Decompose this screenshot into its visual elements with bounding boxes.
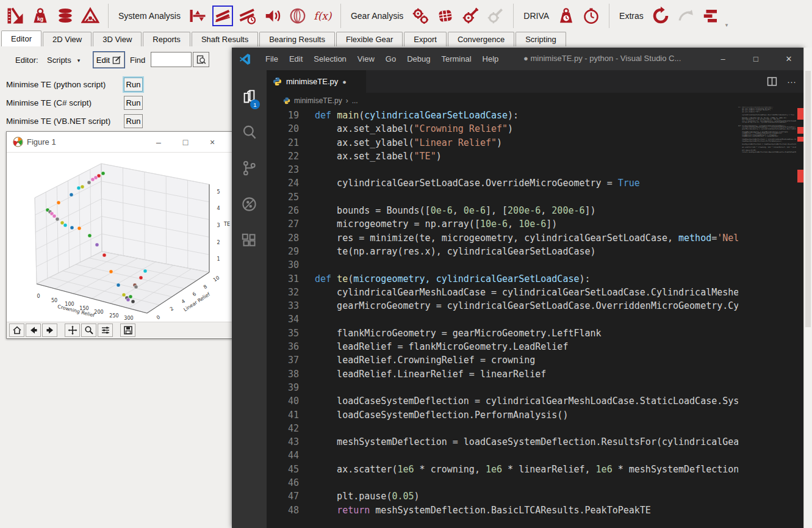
menu-edit[interactable]: Edit [284, 54, 308, 63]
undo-disabled-icon[interactable] [675, 5, 696, 26]
run-button[interactable]: Run [124, 78, 143, 92]
code-line[interactable]: 47 plt.pause(0.05) [267, 490, 738, 503]
masta-scrollbar[interactable] [803, 48, 812, 528]
bars-icon[interactable] [700, 5, 721, 26]
subplots-icon[interactable] [98, 324, 113, 337]
code-line[interactable]: 38 leadRelief.LinearRelief = linearRelie… [267, 367, 738, 381]
find-input[interactable] [151, 52, 192, 67]
refresh-icon[interactable] [650, 5, 671, 26]
minimap[interactable]: def main(cylindricalGearSetLoadCase): ax… [738, 107, 796, 235]
masta-scrollbar-thumb[interactable] [805, 71, 811, 327]
code-line[interactable]: 21 ax.set_ylabel("Linear Relief") [267, 136, 738, 150]
tab-bearing-results[interactable]: Bearing Results [259, 32, 335, 46]
code-line[interactable]: 42 [267, 422, 738, 435]
code-line[interactable]: 32 cylindricalGearMeshLoadCase = cylindr… [267, 286, 738, 299]
gear-triangle-icon[interactable] [80, 5, 101, 26]
code-line[interactable]: 20 ax.set_xlabel("Crowning Relief") [267, 122, 738, 136]
code-line[interactable]: 41 loadCaseSystemDeflection.PerformAnaly… [267, 408, 738, 422]
shaft-misalignment-icon[interactable] [212, 5, 233, 26]
duty-cycle-mass-clock-icon[interactable] [556, 5, 577, 26]
tab-reports[interactable]: Reports [143, 32, 190, 46]
menu-file[interactable]: File [260, 54, 284, 63]
tab-export[interactable]: Export [404, 32, 447, 46]
noise-icon[interactable] [262, 5, 283, 26]
menu-go[interactable]: Go [380, 54, 401, 63]
shaft-deflection-icon[interactable] [187, 5, 208, 26]
code-line[interactable]: 35 flankMicroGeometry = gearMicroGeometr… [267, 327, 738, 340]
forward-icon[interactable] [42, 324, 57, 337]
code-line[interactable]: 19def main(cylindricalGearSetLoadCase): [267, 109, 738, 122]
toolbar-overflow-chevron[interactable]: ▾ [725, 22, 728, 28]
shaft-time-icon[interactable] [237, 5, 258, 26]
search-icon[interactable] [241, 124, 257, 140]
tab-minimisete-py[interactable]: minimiseTE.py ● [267, 70, 366, 93]
modified-dot-icon[interactable]: ● [342, 78, 347, 85]
tab-3d-view[interactable]: 3D View [93, 32, 142, 46]
code-line[interactable]: 44 [267, 449, 738, 462]
code-line[interactable]: 39 [267, 381, 738, 394]
run-button[interactable]: Run [124, 114, 143, 128]
vscode-maximize-button[interactable]: □ [742, 48, 770, 70]
code-line[interactable]: 40 loadCaseSystemDeflection = cylindrica… [267, 394, 738, 408]
scripts-dropdown[interactable]: Scripts ▾ [47, 56, 80, 65]
menu-view[interactable]: View [352, 54, 380, 63]
split-editor-icon[interactable] [767, 76, 777, 87]
code-line[interactable]: 28 res = minimize(te, microgeometry, cyl… [267, 231, 738, 245]
gear-tool-icon[interactable] [460, 5, 481, 26]
clock-icon[interactable] [581, 5, 602, 26]
edit-button[interactable]: Edit [93, 51, 125, 68]
gear-tool-disabled-icon[interactable] [485, 5, 506, 26]
code-line[interactable]: 33 gearMicroGeometry = cylindricalGearSe… [267, 299, 738, 313]
back-icon[interactable] [26, 324, 41, 337]
vscode-minimize-button[interactable]: – [709, 48, 737, 70]
code-line[interactable]: 22 ax.set_zlabel("TE") [267, 150, 738, 163]
code-line[interactable]: 27 microgeometry = np.array([10e-6, 10e-… [267, 217, 738, 231]
gears-icon[interactable] [410, 5, 431, 26]
code-line[interactable]: 31def te(microgeometry, cylindricalGearS… [267, 272, 738, 286]
function-icon[interactable]: f(x) [312, 5, 333, 26]
mass-kg-icon[interactable]: kg [30, 5, 51, 26]
tab-scripting[interactable]: Scripting [516, 32, 566, 46]
extensions-icon[interactable] [241, 233, 257, 249]
run-button[interactable]: Run [124, 96, 143, 110]
database-icon[interactable] [55, 5, 76, 26]
code-editor[interactable]: 19def main(cylindricalGearSetLoadCase):2… [267, 109, 738, 528]
menu-help[interactable]: Help [477, 54, 505, 63]
save-icon[interactable] [120, 324, 135, 337]
code-line[interactable]: 25 [267, 190, 738, 204]
breadcrumb-file[interactable]: minimiseTE.py [294, 96, 342, 105]
more-actions-icon[interactable]: ··· [787, 76, 796, 87]
breadcrumb-more[interactable]: ... [352, 96, 358, 105]
tab-convergence[interactable]: Convergence [448, 32, 514, 46]
code-line[interactable]: 23 [267, 163, 738, 176]
code-line[interactable]: 45 ax.scatter(1e6 * crowning, 1e6 * line… [267, 463, 738, 476]
figure-close-button[interactable]: × [199, 137, 226, 147]
code-line[interactable]: 43 meshSystemDeflection = loadCaseSystem… [267, 435, 738, 449]
tab-2d-view[interactable]: 2D View [43, 32, 92, 46]
tab-shaft-results[interactable]: Shaft Results [192, 32, 258, 46]
debug-icon[interactable] [241, 196, 257, 212]
code-line[interactable]: 48 return meshSystemDeflection.BasicLTCA… [267, 504, 738, 517]
vscode-close-button[interactable]: ✕ [775, 48, 803, 70]
figure-maximize-button[interactable]: □ [172, 137, 199, 147]
figure-titlebar[interactable]: Figure 1 – □ × [7, 132, 232, 153]
overview-ruler[interactable] [797, 70, 803, 528]
breadcrumb[interactable]: minimiseTE.py › ... [267, 93, 803, 109]
code-line[interactable]: 26 bounds = Bounds([0e-6, 0e-6], [200e-6… [267, 204, 738, 217]
code-line[interactable]: 36 leadRelief = flankMicroGeometry.LeadR… [267, 340, 738, 353]
menu-terminal[interactable]: Terminal [436, 54, 476, 63]
code-line[interactable]: 30 [267, 258, 738, 272]
tab-editor[interactable]: Editor [1, 31, 41, 46]
find-search-button[interactable] [193, 52, 209, 67]
ruler-setsquare-icon[interactable] [5, 5, 26, 26]
menu-selection[interactable]: Selection [308, 54, 351, 63]
tab-flexible-gear[interactable]: Flexible Gear [336, 32, 403, 46]
gear-mesh-icon[interactable] [435, 5, 456, 26]
source-control-icon[interactable] [241, 160, 257, 176]
code-line[interactable]: 29 te(np.array(res.x), cylindricalGearSe… [267, 245, 738, 258]
zoom-icon[interactable] [81, 324, 96, 337]
code-line[interactable]: 37 leadRelief.CrowningRelief = crowning [267, 353, 738, 367]
bearing-shell-icon[interactable] [287, 5, 308, 26]
vscode-titlebar[interactable]: FileEditSelectionViewGoDebugTerminalHelp… [232, 48, 803, 70]
code-line[interactable]: 34 [267, 313, 738, 326]
